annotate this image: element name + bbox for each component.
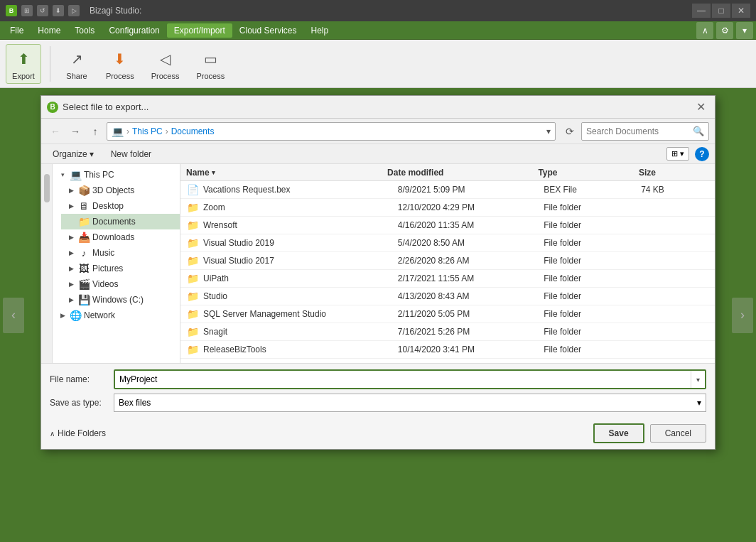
dialog-overlay: B Select file to export... ✕ ← → ↑ 💻 › T… <box>0 88 756 542</box>
tree-item-music[interactable]: ▶ ♪ Music <box>61 245 180 261</box>
nav-refresh-button[interactable]: ⟳ <box>561 123 578 140</box>
tree-item-3dobjects[interactable]: ▶ 📦 3D Objects <box>61 183 180 198</box>
export-icon: ⬆ <box>12 48 35 70</box>
file-date-vacations: 8/9/2021 5:09 PM <box>398 185 544 195</box>
videos-icon: 🎬 <box>78 278 90 290</box>
minimize-button[interactable]: — <box>692 4 711 18</box>
app-area: 📥 Import process Have you already got mo… <box>0 88 756 542</box>
tree-item-videos[interactable]: ▶ 🎬 Videos <box>61 276 180 292</box>
file-row-releasebiz[interactable]: 📁 ReleaseBizTools 10/14/2020 3:41 PM Fil… <box>180 341 715 359</box>
filename-input[interactable] <box>115 372 691 387</box>
col-header-size[interactable]: Size <box>639 168 709 178</box>
3dobjects-expand[interactable]: ▶ <box>67 186 75 195</box>
savetype-label: Save as type: <box>50 398 114 408</box>
menu-export-import[interactable]: Export/Import <box>167 23 232 38</box>
file-icon-vacations: 📄 <box>186 183 199 196</box>
videos-expand[interactable]: ▶ <box>67 280 75 288</box>
breadcrumb-thispc[interactable]: This PC <box>132 126 163 136</box>
thispc-expand[interactable]: ▾ <box>58 170 67 179</box>
downloads-label: Downloads <box>92 232 134 242</box>
search-icon[interactable]: 🔍 <box>693 126 704 136</box>
hide-folders-toggle[interactable]: ∧ Hide Folders <box>50 428 106 438</box>
tree-item-pictures[interactable]: ▶ 🖼 Pictures <box>61 261 180 276</box>
tree-item-documents[interactable]: 📁 Documents <box>61 214 180 229</box>
file-date-vs2017: 2/26/2020 8:26 AM <box>398 256 544 266</box>
more-btn[interactable]: ▾ <box>736 22 753 39</box>
col-header-name[interactable]: Name ▾ <box>186 168 387 178</box>
network-expand[interactable]: ▶ <box>58 311 67 320</box>
process-button-2[interactable]: ◁ Process <box>146 45 185 83</box>
file-row-uipath[interactable]: 📁 UiPath 2/17/2021 11:55 AM File folder <box>180 270 715 288</box>
help-button[interactable]: ? <box>695 147 709 161</box>
left-scrollbar[interactable] <box>41 164 53 363</box>
close-button[interactable]: ✕ <box>732 4 750 18</box>
organize-button[interactable]: Organize ▾ <box>47 148 99 161</box>
menu-configuration[interactable]: Configuration <box>102 23 166 38</box>
breadcrumb-dropdown[interactable]: ▾ <box>546 126 551 136</box>
file-name-studio: Studio <box>203 291 398 301</box>
dialog-close-button[interactable]: ✕ <box>692 99 709 116</box>
nav-forward-button[interactable]: → <box>67 123 84 140</box>
file-row-snagit[interactable]: 📁 Snagit 7/16/2021 5:26 PM File folder <box>180 323 715 341</box>
file-row-vs2017[interactable]: 📁 Visual Studio 2017 2/26/2020 8:26 AM F… <box>180 252 715 270</box>
name-sort-icon: ▾ <box>212 169 215 176</box>
save-button[interactable]: Save <box>593 423 644 443</box>
music-label: Music <box>92 248 114 258</box>
file-type-vs2017: File folder <box>544 256 641 266</box>
process-button-1[interactable]: ⬇ Process <box>100 45 140 83</box>
file-type-vs2019: File folder <box>544 238 641 248</box>
file-row-studio[interactable]: 📁 Studio 4/13/2020 8:43 AM File folder <box>180 288 715 305</box>
menu-cloud[interactable]: Cloud Services <box>232 23 304 38</box>
downloads-expand[interactable]: ▶ <box>67 233 75 242</box>
tree-item-downloads[interactable]: ▶ 📥 Downloads <box>61 229 180 245</box>
menu-file[interactable]: File <box>3 23 31 38</box>
tree-item-windows-c[interactable]: ▶ 💾 Windows (C:) <box>61 292 180 308</box>
file-date-ssms: 2/11/2020 5:05 PM <box>398 309 544 319</box>
window-controls: — □ ✕ <box>692 4 750 18</box>
ribbon-collapse-btn[interactable]: ∧ <box>696 22 713 39</box>
filename-dropdown-arrow[interactable]: ▾ <box>691 371 705 388</box>
col-header-type[interactable]: Type <box>538 168 639 178</box>
dialog-nav: ← → ↑ 💻 › This PC › Documents ▾ ⟳ 🔍 <box>41 119 715 144</box>
file-row-vs2019[interactable]: 📁 Visual Studio 2019 5/4/2020 8:50 AM Fi… <box>180 234 715 252</box>
nav-up-button[interactable]: ↑ <box>87 123 104 140</box>
menu-help[interactable]: Help <box>304 23 336 38</box>
file-type-vacations: BEX File <box>544 185 641 195</box>
new-folder-button[interactable]: New folder <box>105 148 157 161</box>
file-type-studio: File folder <box>544 291 641 301</box>
documents-icon: 📁 <box>78 216 90 227</box>
pictures-expand[interactable]: ▶ <box>67 264 75 273</box>
menu-bar: File Home Tools Configuration Export/Imp… <box>0 21 756 40</box>
savetype-select[interactable]: Bex files ▾ <box>114 394 706 412</box>
nav-back-button[interactable]: ← <box>47 123 64 140</box>
file-date-vs2019: 5/4/2020 8:50 AM <box>398 238 544 248</box>
col-header-date[interactable]: Date modified <box>387 168 538 178</box>
windows-c-expand[interactable]: ▶ <box>67 296 75 304</box>
menu-tools[interactable]: Tools <box>68 23 102 38</box>
file-row-wrensoft[interactable]: 📁 Wrensoft 4/16/2020 11:35 AM File folde… <box>180 217 715 234</box>
tree-item-desktop[interactable]: ▶ 🖥 Desktop <box>61 198 180 214</box>
breadcrumb-icon: 💻 <box>112 126 124 137</box>
toolbar-icon-1: ⊞ <box>21 5 33 16</box>
search-input[interactable] <box>586 126 693 136</box>
file-row-vacations[interactable]: 📄 Vacations Request.bex 8/9/2021 5:09 PM… <box>180 181 715 199</box>
breadcrumb-documents[interactable]: Documents <box>171 126 215 136</box>
file-row-zoom[interactable]: 📁 Zoom 12/10/2020 4:29 PM File folder <box>180 199 715 217</box>
music-expand[interactable]: ▶ <box>67 249 75 257</box>
file-list: Name ▾ Date modified Type Size 📄 Vacatio… <box>180 164 715 363</box>
share-label: Share <box>66 72 87 80</box>
tree-item-thispc[interactable]: ▾ 💻 This PC <box>53 167 180 183</box>
process-button-3[interactable]: ▭ Process <box>191 45 231 83</box>
maximize-button[interactable]: □ <box>712 4 730 18</box>
file-row-ssms[interactable]: 📁 SQL Server Management Studio 2/11/2020… <box>180 305 715 323</box>
folder-icon-zoom: 📁 <box>186 201 199 214</box>
share-button[interactable]: ↗ Share <box>59 45 94 83</box>
desktop-expand[interactable]: ▶ <box>67 202 75 210</box>
settings-btn[interactable]: ⚙ <box>716 22 733 39</box>
cancel-button[interactable]: Cancel <box>650 424 706 443</box>
menu-home[interactable]: Home <box>31 23 68 38</box>
view-button[interactable]: ⊞ ▾ <box>666 147 689 161</box>
export-button[interactable]: ⬆ Export <box>6 44 41 84</box>
tree-item-network[interactable]: ▶ 🌐 Network <box>53 308 180 323</box>
documents-expand[interactable] <box>67 217 75 226</box>
